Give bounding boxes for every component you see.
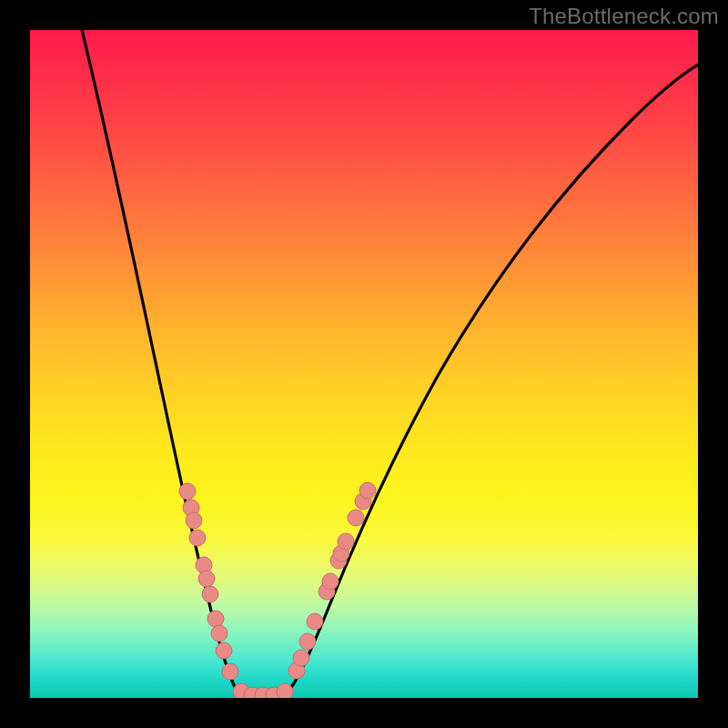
data-dot xyxy=(299,633,316,650)
data-dot xyxy=(222,663,238,680)
data-dot xyxy=(216,642,232,659)
data-dot xyxy=(277,683,293,698)
data-dot xyxy=(202,586,218,602)
curve-right-arm xyxy=(276,65,698,698)
data-dot xyxy=(189,530,206,546)
data-dot xyxy=(207,611,224,627)
data-dot xyxy=(198,571,215,587)
data-dot xyxy=(211,625,228,642)
data-dot xyxy=(186,512,202,529)
data-dot xyxy=(348,510,364,526)
data-dot xyxy=(307,613,323,630)
data-dot xyxy=(359,482,376,499)
data-dot xyxy=(293,650,309,666)
chart-frame: TheBottleneck.com xyxy=(0,0,728,728)
bottleneck-curve xyxy=(30,30,698,698)
watermark-text: TheBottleneck.com xyxy=(529,4,719,29)
plot-area xyxy=(30,30,698,698)
data-dot xyxy=(322,573,339,590)
dots-group xyxy=(179,482,376,698)
data-dot xyxy=(179,483,196,500)
data-dot xyxy=(338,533,354,550)
curve-left-arm xyxy=(82,30,249,698)
